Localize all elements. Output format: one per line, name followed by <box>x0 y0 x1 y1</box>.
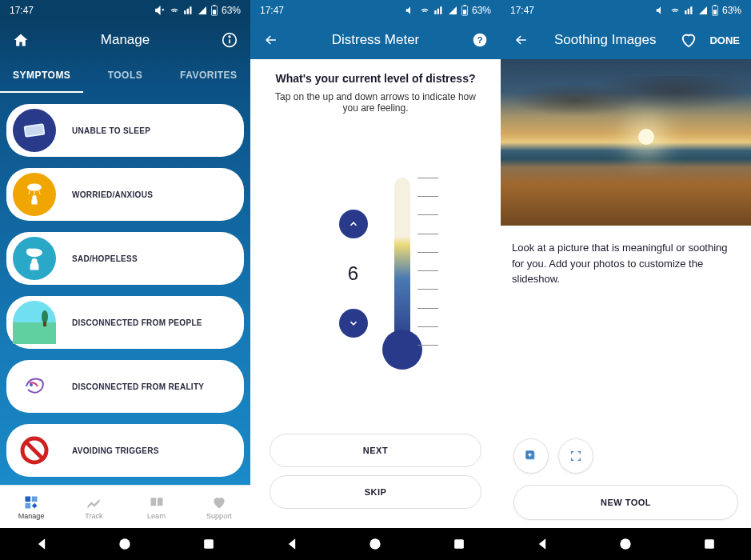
page-title: Soothing Images <box>531 32 679 48</box>
chevron-down-icon <box>348 318 359 329</box>
page-title: Manage <box>30 32 220 48</box>
skip-button[interactable]: SKIP <box>270 475 481 509</box>
svg-point-25 <box>120 538 130 549</box>
info-button[interactable] <box>220 30 239 50</box>
add-photo-button[interactable] <box>513 438 549 474</box>
page-title: Distress Meter <box>281 32 470 48</box>
symptom-label: AVOIDING TRIGGERS <box>72 446 159 455</box>
distress-value: 6 <box>348 262 358 285</box>
fullscreen-icon <box>569 450 582 462</box>
svg-rect-22 <box>26 496 31 502</box>
thermometer-ticks <box>417 178 438 346</box>
svg-point-5 <box>229 36 230 38</box>
recent-button[interactable] <box>451 536 467 552</box>
signal-icon <box>433 5 445 16</box>
learn-icon <box>149 494 165 510</box>
symptom-label: DISCONNECTED FROM PEOPLE <box>72 318 202 327</box>
signal-icon <box>183 5 194 16</box>
decrease-button[interactable] <box>339 309 368 338</box>
symptom-avoiding-triggers[interactable]: AVOIDING TRIGGERS <box>6 424 244 477</box>
symptom-label: WORRIED/ANXIOUS <box>72 190 153 199</box>
app-bar: Soothing Images DONE <box>501 21 751 59</box>
svg-rect-24 <box>26 502 31 508</box>
status-bar: 17:47 63% <box>0 0 250 21</box>
arrow-left-icon <box>263 32 279 48</box>
back-button[interactable] <box>534 536 550 552</box>
home-button[interactable] <box>617 536 633 552</box>
track-icon <box>86 494 102 510</box>
status-time: 17:47 <box>510 5 534 16</box>
symptom-sad-hopeless[interactable]: SAD/HOPELESS <box>6 232 244 285</box>
increase-button[interactable] <box>339 210 368 238</box>
tab-tools[interactable]: TOOLS <box>83 59 166 93</box>
favorite-button[interactable] <box>679 30 698 50</box>
distress-heading: What's your current level of distress? <box>263 72 488 85</box>
mute-icon <box>154 5 166 16</box>
info-icon <box>222 32 238 48</box>
support-icon <box>211 494 227 510</box>
nav-manage[interactable]: Manage <box>0 486 62 528</box>
svg-line-11 <box>38 190 40 194</box>
help-icon: ? <box>472 32 488 48</box>
home-button[interactable] <box>367 536 383 552</box>
battery-icon <box>210 5 218 16</box>
svg-line-21 <box>26 442 42 458</box>
status-bar: 17:47 63% <box>501 0 751 21</box>
back-button[interactable] <box>284 536 300 552</box>
nav-learn[interactable]: Learn <box>126 486 188 528</box>
nav-label: Learn <box>147 512 166 520</box>
recent-button[interactable] <box>201 536 217 552</box>
system-nav <box>250 528 501 560</box>
symptom-worried-anxious[interactable]: WORRIED/ANXIOUS <box>6 168 244 221</box>
app-bar: Distress Meter ? <box>250 21 501 59</box>
tab-bar: SYMPTOMS TOOLS FAVORITES <box>0 59 250 93</box>
svg-rect-42 <box>705 539 714 549</box>
svg-point-8 <box>27 184 42 191</box>
symptom-unable-to-sleep[interactable]: UNABLE TO SLEEP <box>6 104 244 157</box>
svg-rect-23 <box>32 496 38 502</box>
thermometer <box>392 178 413 370</box>
back-button[interactable] <box>512 30 531 50</box>
no-entry-icon <box>18 434 50 466</box>
new-tool-button[interactable]: NEW TOOL <box>513 485 738 520</box>
system-nav <box>501 528 751 560</box>
signal-icon <box>684 5 695 16</box>
status-time: 17:47 <box>10 5 34 16</box>
svg-rect-2 <box>214 5 216 6</box>
home-button[interactable] <box>117 536 133 552</box>
done-button[interactable]: DONE <box>709 34 740 46</box>
tab-symptoms[interactable]: SYMPTOMS <box>0 59 83 93</box>
home-icon <box>13 32 29 48</box>
svg-rect-18 <box>43 322 46 326</box>
back-button[interactable] <box>262 30 281 50</box>
pillow-icon <box>20 116 49 145</box>
heart-icon <box>680 31 697 49</box>
help-button[interactable]: ? <box>470 30 489 50</box>
mute-icon <box>405 5 416 16</box>
svg-rect-28 <box>463 10 466 14</box>
battery-percent: 63% <box>222 5 241 16</box>
add-photo-icon <box>524 449 538 463</box>
cell-icon <box>198 6 207 15</box>
next-button[interactable]: NEXT <box>270 434 481 467</box>
home-button[interactable] <box>11 30 30 50</box>
tab-favorites[interactable]: FAVORITES <box>167 59 250 93</box>
svg-rect-35 <box>713 10 717 14</box>
svg-rect-1 <box>213 10 216 14</box>
back-button[interactable] <box>34 536 50 552</box>
app-bar: Manage <box>0 21 250 59</box>
nav-track[interactable]: Track <box>62 486 125 528</box>
soothing-image[interactable] <box>501 59 751 226</box>
recent-button[interactable] <box>701 536 717 552</box>
nav-label: Support <box>206 512 232 520</box>
symptom-disconnected-reality[interactable]: DISCONNECTED FROM REALITY <box>6 360 244 413</box>
svg-point-14 <box>26 248 34 254</box>
cloud-person-icon <box>20 244 49 273</box>
soothing-description: Look at a picture that is meaningful or … <box>501 226 751 302</box>
distress-meter-body: What's your current level of distress? T… <box>250 59 501 528</box>
symptom-disconnected-people[interactable]: DISCONNECTED FROM PEOPLE <box>6 296 244 349</box>
nav-label: Manage <box>18 512 45 520</box>
fullscreen-button[interactable] <box>558 438 593 474</box>
symptom-label: UNABLE TO SLEEP <box>72 126 150 135</box>
nav-support[interactable]: Support <box>188 486 250 528</box>
